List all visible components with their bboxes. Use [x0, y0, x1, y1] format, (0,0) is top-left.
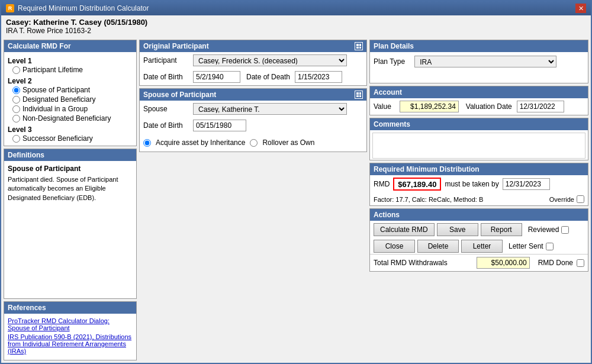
close-window-button[interactable]: ✕: [575, 4, 586, 13]
plan-details-spacer: [370, 71, 588, 83]
individual-group-label[interactable]: Individual in a Group: [22, 105, 88, 113]
spouse-header: Spouse of Participant: [140, 89, 366, 101]
participant-lifetime-row: Participant Lifetime: [8, 65, 133, 75]
close-button[interactable]: Close: [374, 240, 415, 253]
spouse-label[interactable]: Spouse of Participant: [22, 86, 90, 94]
reference-link-2[interactable]: IRS Publication 590-B (2021), Distributi…: [8, 333, 133, 355]
rmd-done-checkbox[interactable]: [577, 259, 584, 267]
rollover-label[interactable]: Rollover as Own: [262, 138, 314, 147]
total-rmd-label: Total RMD Withdrawals: [374, 259, 448, 267]
spouse-radio[interactable]: [12, 86, 20, 94]
references-box: References ProTracker RMD Calculator Dia…: [4, 301, 137, 360]
spouse-title: Spouse of Participant: [143, 91, 216, 99]
acquire-inheritance-label[interactable]: Acquire asset by Inheritance: [156, 138, 245, 147]
account-value-row: Value Valuation Date: [370, 98, 588, 115]
comments-content: [370, 130, 588, 160]
spouse-grid-icon[interactable]: [355, 91, 363, 99]
orig-dod-label: Date of Death: [246, 73, 290, 81]
by-date-input[interactable]: [503, 178, 550, 190]
rmd-box: Required Minimum Distribution RMD $67,18…: [369, 163, 588, 206]
actions-box: Actions Calculate RMD Save Report Review…: [369, 208, 588, 272]
total-rmd-row: Total RMD Withdrawals RMD Done: [370, 254, 588, 271]
grid-icon[interactable]: [355, 42, 363, 50]
plan-type-select[interactable]: IRA: [414, 56, 556, 67]
original-participant-title: Original Participant: [143, 42, 209, 50]
reviewed-checkbox[interactable]: [561, 226, 569, 234]
designated-beneficiary-label[interactable]: Designated Beneficiary: [22, 95, 95, 104]
participant-lifetime-label[interactable]: Participant Lifetime: [22, 66, 83, 74]
spouse-dob-row: Date of Birth: [140, 117, 366, 134]
successor-row: Successor Beneficiary: [8, 134, 133, 143]
participant-lifetime-radio[interactable]: [12, 66, 20, 74]
calculate-rmd-button[interactable]: Calculate RMD: [374, 223, 435, 236]
plan-details-box: Plan Details Plan Type IRA: [369, 40, 588, 83]
main-window: R Required Minimum Distribution Calculat…: [0, 0, 592, 364]
definitions-box: Definitions Spouse of Participant Partic…: [4, 149, 137, 299]
successor-radio[interactable]: [12, 135, 20, 143]
plan-type-label: Plan Type: [374, 57, 405, 66]
valuation-date-input[interactable]: [517, 101, 564, 112]
actions-header: Actions: [370, 209, 588, 221]
middle-panel: Original Participant Participant Casey, …: [139, 40, 367, 360]
level1-label: Level 1: [8, 57, 133, 65]
non-designated-label[interactable]: Non-Designated Beneficiary: [22, 114, 111, 123]
override-checkbox[interactable]: [577, 195, 584, 203]
client-info: Casey: Katherine T. Casey (05/15/1980) I…: [1, 15, 591, 37]
account-value-input[interactable]: [400, 101, 459, 112]
comments-header: Comments: [370, 118, 588, 130]
comments-box: Comments: [369, 118, 588, 160]
main-content: Calculate RMD For Level 1 Participant Li…: [1, 37, 591, 363]
acquire-row: Acquire asset by Inheritance Rollover as…: [140, 134, 366, 152]
spouse-name-row: Spouse Casey, Katherine T.: [140, 101, 366, 117]
title-bar: R Required Minimum Distribution Calculat…: [1, 1, 591, 15]
window-title: Required Minimum Distribution Calculator: [18, 4, 149, 12]
spouse-row: Spouse of Participant: [8, 85, 133, 95]
spouse-name-label: Spouse: [143, 105, 191, 113]
override-row: Override: [549, 195, 584, 203]
comments-textarea[interactable]: [372, 133, 585, 159]
acquire-inheritance-radio[interactable]: [143, 139, 151, 147]
orig-dod-input[interactable]: [295, 71, 342, 83]
app-icon: R: [6, 4, 14, 12]
non-designated-radio[interactable]: [12, 115, 20, 123]
rmd-done-label: RMD Done: [538, 259, 573, 267]
rmd-factor-row: Factor: 17.7, Calc: ReCalc, Method: B Ov…: [370, 193, 588, 205]
definitions-text: Participant died. Spouse of Participant …: [8, 175, 133, 202]
actions-row1: Calculate RMD Save Report Reviewed: [370, 221, 588, 239]
designated-beneficiary-radio[interactable]: [12, 96, 20, 104]
letter-button[interactable]: Letter: [461, 240, 503, 253]
spouse-select[interactable]: Casey, Katherine T.: [193, 103, 347, 115]
rmd-value-row: RMD $67,189.40 must be taken by: [370, 175, 588, 193]
save-button[interactable]: Save: [437, 223, 478, 236]
calculate-rmd-box: Calculate RMD For Level 1 Participant Li…: [4, 40, 137, 146]
spouse-dob-label: Date of Birth: [143, 121, 191, 130]
delete-button[interactable]: Delete: [417, 240, 459, 253]
letter-sent-checkbox[interactable]: [546, 243, 554, 250]
reference-link-1[interactable]: ProTracker RMD Calculator Dialog: Spouse…: [8, 317, 133, 331]
total-rmd-input[interactable]: [477, 257, 530, 269]
override-label: Override: [549, 196, 574, 203]
references-content: ProTracker RMD Calculator Dialog: Spouse…: [4, 314, 136, 360]
spouse-box: Spouse of Participant Spouse Casey, Kath…: [139, 88, 367, 152]
orig-dob-input[interactable]: [193, 71, 240, 83]
right-panel: Plan Details Plan Type IRA Account Value…: [369, 40, 588, 360]
level3-label: Level 3: [8, 125, 133, 134]
orig-dob-label: Date of Birth: [143, 73, 191, 81]
rmd-value: $67,189.40: [393, 178, 441, 191]
designated-beneficiary-row: Designated Beneficiary: [8, 95, 133, 104]
report-button[interactable]: Report: [481, 223, 522, 236]
middle-spacer: [139, 154, 367, 360]
level2-label: Level 2: [8, 77, 133, 85]
valuation-date-label: Valuation Date: [466, 102, 512, 111]
client-name: Casey: Katherine T. Casey (05/15/1980): [6, 18, 586, 27]
rollover-radio[interactable]: [250, 139, 258, 147]
successor-label[interactable]: Successor Beneficiary: [22, 134, 93, 143]
account-header: Account: [370, 86, 588, 98]
individual-group-radio[interactable]: [12, 105, 20, 113]
spouse-dob-input[interactable]: [193, 120, 246, 131]
left-panel: Calculate RMD For Level 1 Participant Li…: [4, 40, 137, 360]
account-box: Account Value Valuation Date: [369, 86, 588, 115]
participant-select[interactable]: Casey, Frederick S. (deceased): [193, 54, 347, 66]
definitions-content: Spouse of Participant Participant died. …: [4, 161, 136, 206]
original-participant-header: Original Participant: [140, 40, 366, 52]
